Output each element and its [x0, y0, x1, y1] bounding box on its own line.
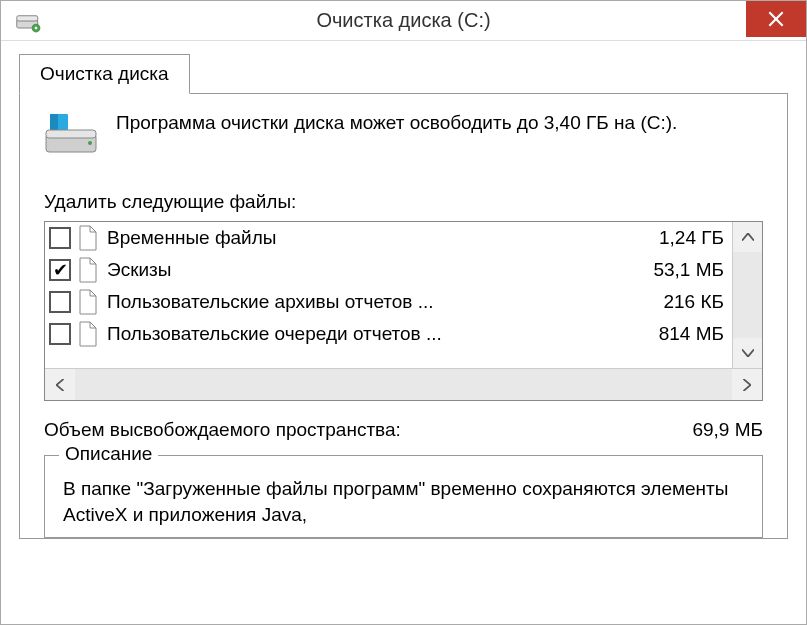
svg-rect-1 [17, 15, 38, 20]
close-button[interactable] [746, 1, 806, 37]
file-list: Временные файлы 1,24 ГБ ✔ Эскизы 53,1 МБ [44, 221, 763, 401]
horizontal-scrollbar[interactable] [45, 368, 762, 400]
svg-rect-6 [50, 114, 58, 130]
description-legend: Описание [59, 443, 158, 465]
disk-cleanup-icon [13, 5, 45, 37]
file-icon [77, 257, 99, 283]
file-icon [77, 321, 99, 347]
list-item-size: 814 МБ [614, 323, 724, 345]
chevron-down-icon [742, 349, 754, 357]
list-item[interactable]: Временные файлы 1,24 ГБ [45, 222, 732, 254]
list-item[interactable]: Пользовательские очереди отчетов ... 814… [45, 318, 732, 350]
scroll-left-button[interactable] [45, 369, 75, 400]
scroll-up-button[interactable] [733, 222, 762, 252]
checkbox[interactable] [49, 227, 71, 249]
list-item-label: Пользовательские очереди отчетов ... [107, 323, 614, 345]
svg-point-9 [88, 141, 92, 145]
description-group: Описание В папке "Загруженные файлы прог… [44, 455, 763, 538]
scroll-right-button[interactable] [732, 369, 762, 400]
list-item-size: 216 КБ [614, 291, 724, 313]
scroll-track[interactable] [75, 369, 732, 400]
checkbox[interactable] [49, 323, 71, 345]
drive-icon [44, 110, 100, 163]
vertical-scrollbar[interactable] [732, 222, 762, 368]
list-item-size: 53,1 МБ [614, 259, 724, 281]
file-icon [77, 289, 99, 315]
svg-rect-8 [46, 130, 96, 138]
list-item-label: Временные файлы [107, 227, 614, 249]
titlebar: Очистка диска (C:) [1, 1, 806, 41]
chevron-up-icon [742, 233, 754, 241]
checkbox[interactable]: ✔ [49, 259, 71, 281]
list-item-label: Пользовательские архивы отчетов ... [107, 291, 614, 313]
tab-disk-cleanup[interactable]: Очистка диска [19, 54, 190, 94]
list-item[interactable]: ✔ Эскизы 53,1 МБ [45, 254, 732, 286]
list-item[interactable]: Пользовательские архивы отчетов ... 216 … [45, 286, 732, 318]
freed-space-value: 69,9 МБ [692, 419, 763, 441]
tab-panel: Программа очистки диска может освободить… [19, 93, 788, 539]
window-title: Очистка диска (C:) [1, 9, 806, 32]
file-icon [77, 225, 99, 251]
scroll-down-button[interactable] [733, 338, 762, 368]
list-item-size: 1,24 ГБ [614, 227, 724, 249]
list-item-label: Эскизы [107, 259, 614, 281]
close-icon [768, 11, 784, 27]
chevron-right-icon [743, 379, 751, 391]
scroll-track[interactable] [733, 252, 762, 338]
intro-text: Программа очистки диска может освободить… [116, 110, 677, 163]
description-text: В папке "Загруженные файлы программ" вре… [63, 476, 744, 527]
freed-space-label: Объем высвобождаемого пространства: [44, 419, 692, 441]
file-list-label: Удалить следующие файлы: [44, 191, 763, 213]
checkbox[interactable] [49, 291, 71, 313]
chevron-left-icon [56, 379, 64, 391]
